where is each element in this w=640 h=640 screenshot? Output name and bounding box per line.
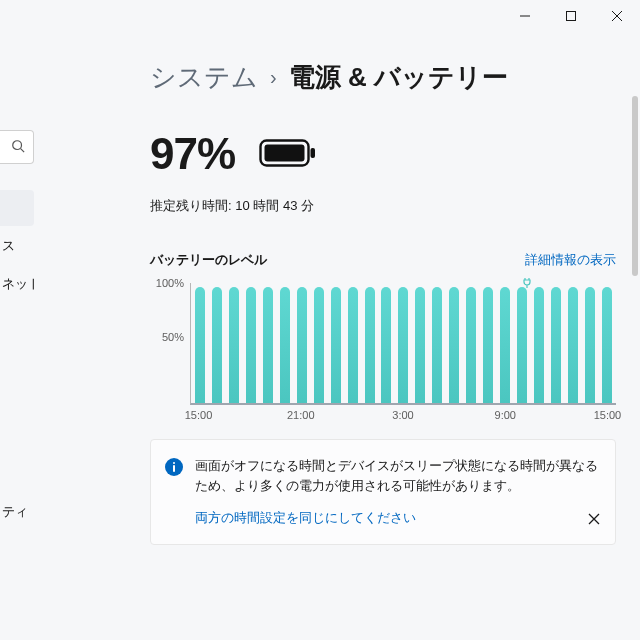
sidebar-item[interactable] [0,418,34,454]
info-card: 画面がオフになる時間とデバイスがスリープ状態になる時間が異なるため、より多くの電… [150,439,616,545]
x-axis-labels: 15:00 21:00 3:00 9:00 15:00 [190,409,616,425]
info-message: 画面がオフになる時間とデバイスがスリープ状態になる時間が異なるため、より多くの電… [195,458,598,493]
sidebar-item[interactable] [0,456,34,492]
svg-point-1 [13,140,22,149]
breadcrumb-parent[interactable]: システム [150,60,258,95]
sidebar-item[interactable] [0,342,34,378]
chart-bar [432,287,442,403]
search-input[interactable] [0,130,34,164]
battery-percent: 97% [150,129,235,179]
breadcrumb: システム › 電源 & バッテリー [150,60,616,95]
sidebar-item[interactable] [0,304,34,340]
info-icon [165,458,183,476]
chart-bar [398,287,408,403]
chart-bar [331,287,341,403]
battery-status: 97% [150,129,616,179]
sidebar-item[interactable] [0,532,34,568]
sidebar-item[interactable]: ティ [0,494,34,530]
chart-bar [415,287,425,403]
x-label: 21:00 [287,409,315,421]
sidebar-item[interactable]: ネット [0,266,34,302]
chart-bar [551,287,561,403]
chart-bar [517,287,527,403]
y-label-50: 50% [162,331,184,343]
chart-bar [280,287,290,403]
sidebar-item-label: ティ [2,503,28,521]
chart-plot-area [190,283,616,405]
dismiss-button[interactable] [583,508,605,530]
chart-bar [348,287,358,403]
window-controls [502,0,640,32]
x-label: 3:00 [392,409,413,421]
search-icon [11,139,25,156]
sidebar-item[interactable]: ス [0,228,34,264]
estimated-time-value: 10 時間 43 分 [235,198,314,213]
chart-bar [381,287,391,403]
battery-chart: 100% 50% 15:00 21:00 3:00 9:00 15:00 [150,275,616,425]
chart-bar [568,287,578,403]
chart-title: バッテリーのレベル [150,251,267,269]
info-action-link[interactable]: 両方の時間設定を同じにしてください [195,508,601,528]
svg-rect-0 [567,12,576,21]
y-label-100: 100% [156,277,184,289]
chart-bar [365,287,375,403]
chart-detail-link[interactable]: 詳細情報の表示 [525,251,616,269]
chart-bar [602,287,612,403]
chart-bar [246,287,256,403]
chart-bar [534,287,544,403]
x-label: 9:00 [495,409,516,421]
chart-bar [263,287,273,403]
sidebar: ス ネット ティ [0,130,34,630]
chart-bar [483,287,493,403]
chart-bar [297,287,307,403]
chevron-right-icon: › [270,66,277,89]
x-label: 15:00 [185,409,213,421]
chart-bar [449,287,459,403]
chart-bar [500,287,510,403]
chart-bar [585,287,595,403]
close-button[interactable] [594,0,640,32]
x-label: 15:00 [594,409,622,421]
svg-rect-3 [265,144,305,161]
estimated-time: 推定残り時間: 10 時間 43 分 [150,197,616,215]
chart-bars [195,283,612,403]
charging-icon [521,277,533,289]
scrollbar[interactable] [632,96,638,276]
chart-bar [229,287,239,403]
sidebar-item[interactable] [0,190,34,226]
main-content: システム › 電源 & バッテリー 97% 推定残り時間: 10 時間 43 分… [150,60,616,640]
minimize-button[interactable] [502,0,548,32]
svg-rect-4 [311,148,316,158]
sidebar-item-label: ネット [2,275,34,293]
chart-bar [195,287,205,403]
estimated-time-label: 推定残り時間: [150,198,235,213]
sidebar-item-label: ス [2,237,15,255]
sidebar-item[interactable] [0,380,34,416]
chart-bar [314,287,324,403]
battery-icon [259,138,317,171]
chart-bar [466,287,476,403]
maximize-button[interactable] [548,0,594,32]
chart-bar [212,287,222,403]
page-title: 電源 & バッテリー [289,60,508,95]
